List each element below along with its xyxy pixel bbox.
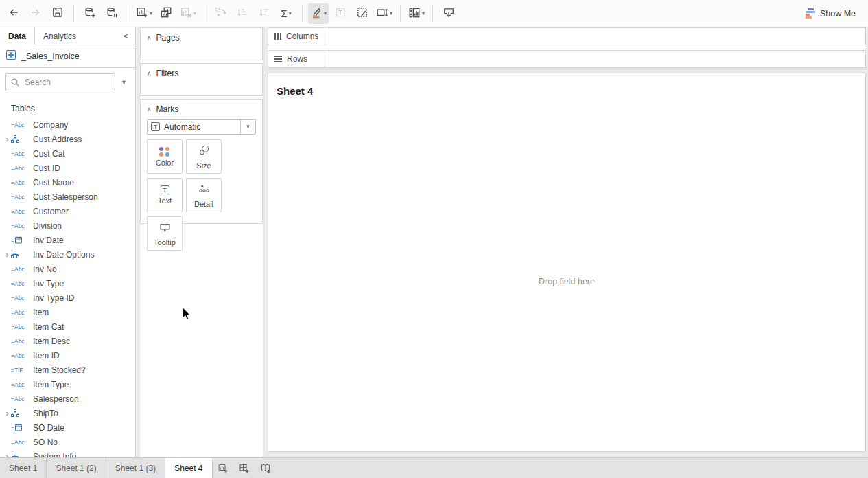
text-field-icon: =Abc [11,439,33,446]
expand-chevron-icon[interactable]: › [3,135,11,144]
sheet-tab-bar: Sheet 1Sheet 1 (2)Sheet 1 (3)Sheet 4 [0,457,868,478]
field-row-salesperson[interactable]: =AbcSalesperson [0,391,135,406]
field-row-so-date[interactable]: =SO Date [0,420,135,435]
collapse-chevron-icon[interactable]: ∧ [147,70,152,77]
text-field-icon: =Abc [11,295,33,301]
marks-tooltip-button[interactable]: Tooltip [147,216,183,251]
new-data-source-button[interactable] [80,3,100,24]
expand-chevron-icon[interactable]: › [3,250,11,260]
field-row-cust-id[interactable]: =AbcCust ID [0,161,135,175]
collapse-chevron-icon[interactable]: ∧ [147,106,152,113]
rows-shelf[interactable]: Rows [268,50,866,68]
show-hide-cards-button[interactable]: ▾ [406,3,427,24]
expand-chevron-icon[interactable]: › [3,452,11,458]
field-label: Item Type [33,380,69,389]
swap-rows-columns-button[interactable] [210,3,231,24]
marks-size-button[interactable]: Size [186,139,222,174]
sheet-tab-sheet-1-3[interactable]: Sheet 1 (3) [106,458,165,478]
toolbar-separator [302,5,303,22]
field-row-cust-name[interactable]: =AbcCust Name [0,175,135,190]
tab-analytics[interactable]: Analytics [35,27,84,45]
forward-button[interactable] [25,3,46,24]
field-row-item-type[interactable]: =AbcItem Type [0,377,135,391]
text-field-icon: =Abc [11,280,33,287]
field-row-item-desc[interactable]: =AbcItem Desc [0,334,135,348]
new-worksheet-tab-button[interactable] [213,458,234,478]
sheet-tab-sheet-1[interactable]: Sheet 1 [0,458,47,478]
tab-data[interactable]: Data [0,27,35,45]
field-row-item[interactable]: =AbcItem [0,305,135,319]
collapse-chevron-icon[interactable]: ∧ [147,34,152,41]
search-options-caret-icon[interactable]: ▼ [121,79,127,86]
marks-card: ∧Marks T Automatic ▼ ColorSizeTTextDetai… [140,99,263,224]
text-labels-button[interactable] [330,3,351,24]
field-row-shipto[interactable]: ›ShipTo [0,406,135,420]
marks-text-button[interactable]: TText [147,178,183,212]
field-row-item-cat[interactable]: =AbcItem Cat [0,319,135,334]
highlight-button[interactable]: ▾ [308,3,329,24]
expand-chevron-icon[interactable]: › [3,409,11,418]
field-row-cust-cat[interactable]: =AbcCust Cat [0,146,135,161]
show-me-button[interactable]: Show Me [800,5,861,21]
new-worksheet-button[interactable]: ▾ [134,3,154,24]
marks-label: Marks [156,104,179,114]
new-dashboard-tab-button[interactable] [234,458,255,478]
pause-auto-updates-button[interactable] [102,3,122,24]
toolbar-separator [400,5,401,22]
columns-icon [274,33,281,40]
sort-ascending-button[interactable] [232,3,253,24]
new-story-tab-button[interactable] [255,458,277,478]
back-button[interactable] [3,3,24,24]
field-row-inv-date-options[interactable]: ›Inv Date Options [0,247,135,262]
presentation-mode-button[interactable] [438,3,459,24]
text-labels-icon [334,6,347,21]
sheet-tab-sheet-1-2[interactable]: Sheet 1 (2) [47,458,106,478]
field-row-inv-type-id[interactable]: =AbcInv Type ID [0,291,135,305]
save-button[interactable] [47,3,68,24]
collapse-pane-button[interactable]: < [117,27,135,45]
new-dashboard-icon [239,463,250,474]
marks-detail-button[interactable]: Detail [186,178,222,212]
field-row-so-no[interactable]: =AbcSO No [0,435,135,449]
fit-button[interactable]: ▾ [374,3,395,24]
hierarchy-field-icon [11,135,33,144]
search-input[interactable] [5,73,115,91]
clear-sheet-button[interactable]: ▾ [178,3,198,24]
field-label: Inv No [33,264,57,274]
toolbar: ▾ ▾ Σ▾ ▾ ▾ ▾ Show Me [0,0,868,27]
columns-shelf[interactable]: Columns [268,27,866,45]
datasource-row[interactable]: _Sales_Invoice [0,45,135,68]
sort-descending-button[interactable] [254,3,274,24]
field-row-inv-no[interactable]: =AbcInv No [0,262,135,276]
boolean-field-icon: =T|F [11,367,33,374]
hierarchy-field-icon [11,409,33,418]
field-row-cust-salesperson[interactable]: =AbcCust Salesperson [0,190,135,204]
field-row-division[interactable]: =AbcDivision [0,218,135,233]
field-row-inv-type[interactable]: =AbcInv Type [0,276,135,291]
field-row-item-stocked[interactable]: =T|FItem Stocked? [0,363,135,377]
field-label: Cust Address [33,135,82,144]
field-row-customer[interactable]: =AbcCustomer [0,204,135,218]
field-row-inv-date[interactable]: =Inv Date [0,233,135,247]
sheet-canvas: Columns Rows Sheet 4 Drop field here [268,27,866,457]
sheet-view[interactable]: Sheet 4 Drop field here [268,73,866,452]
totals-button[interactable]: Σ▾ [276,3,296,24]
rows-drop-area[interactable] [325,51,865,67]
field-label: Inv Type ID [33,293,74,303]
duplicate-sheet-button[interactable] [156,3,176,24]
field-row-cust-address[interactable]: ›Cust Address [0,132,135,146]
search-icon [10,78,20,90]
text-field-icon: =Abc [11,194,33,201]
toolbar-separator [204,5,204,22]
marks-color-button[interactable]: Color [147,139,183,174]
dropdown-arrow-icon[interactable]: ▼ [240,120,255,134]
field-row-system-info[interactable]: ›System Info [0,449,135,457]
field-row-company[interactable]: =AbcCompany [0,117,135,132]
mark-labels-button[interactable] [352,3,373,24]
field-row-item-id[interactable]: =AbcItem ID [0,348,135,363]
mark-type-dropdown[interactable]: T Automatic ▼ [147,119,256,135]
sheet-tab-sheet-4[interactable]: Sheet 4 [165,458,212,478]
date-field-icon: = [11,424,33,431]
columns-drop-area[interactable] [325,28,865,45]
field-label: Company [33,120,68,130]
